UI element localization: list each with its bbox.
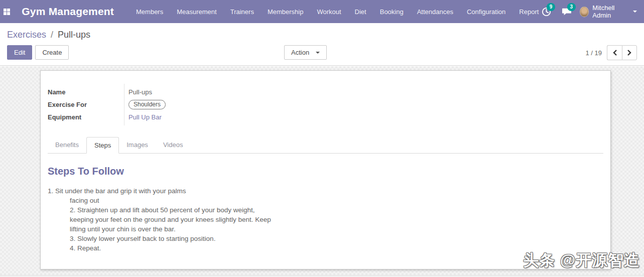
control-panel: Exercises / Pull-ups Edit Create Action …	[0, 23, 644, 66]
steps-line: facing out	[70, 196, 603, 205]
top-navbar: Gym Management Members Measurement Train…	[0, 0, 644, 23]
edit-button[interactable]: Edit	[7, 45, 32, 60]
nav-item-report[interactable]: Report	[519, 8, 539, 16]
name-field-label: Name	[48, 88, 124, 96]
steps-line: 3. Slowly lower yourself back to startin…	[70, 234, 603, 243]
steps-line: 1. Sit under the bar and grip it with yo…	[48, 186, 603, 196]
breadcrumb-current: Pull-ups	[58, 30, 90, 40]
nav-item-trainers[interactable]: Trainers	[230, 8, 254, 16]
user-name: Mitchell Admin	[592, 4, 629, 19]
user-avatar	[580, 7, 589, 17]
exercise-for-field-value: Shoulders	[124, 100, 166, 109]
steps-line: 2. Straighten up and lift about 50 perce…	[70, 205, 603, 215]
breadcrumb: Exercises / Pull-ups	[7, 30, 90, 40]
breadcrumb-exercises-link[interactable]: Exercises	[7, 30, 46, 40]
action-dropdown-button[interactable]: Action	[284, 45, 327, 60]
form-sheet: Name Pull-ups Exercise For Shoulders Equ…	[40, 70, 611, 269]
pager-previous-button[interactable]	[607, 45, 622, 60]
field-group: Name Pull-ups Exercise For Shoulders Equ…	[48, 86, 329, 123]
messages-button[interactable]: 3	[559, 4, 575, 19]
apps-menu-icon[interactable]	[0, 0, 14, 23]
action-label: Action	[291, 49, 309, 56]
nav-item-members[interactable]: Members	[136, 8, 163, 16]
caret-down-icon	[316, 52, 320, 54]
field-row-exercise-for: Exercise For Shoulders	[48, 98, 329, 111]
tab-images[interactable]: Images	[119, 137, 156, 154]
steps-tab-content: Steps To Follow 1. Sit under the bar and…	[48, 154, 603, 253]
nav-item-attendances[interactable]: Attendances	[417, 8, 453, 16]
record-buttons: Edit Create	[7, 45, 69, 60]
bottom-scrollbar-track	[0, 275, 644, 277]
tab-bar: Benefits Steps Images Videos	[48, 136, 603, 154]
steps-line: keeping your feet on the ground and your…	[70, 215, 603, 224]
breadcrumb-separator: /	[51, 30, 53, 40]
shoulders-tag[interactable]: Shoulders	[128, 100, 166, 109]
tab-steps[interactable]: Steps	[86, 137, 119, 154]
exercise-for-field-label: Exercise For	[48, 101, 124, 108]
field-row-equipment: Equipment Pull Up Bar	[48, 111, 329, 123]
chevron-right-icon	[627, 50, 632, 56]
chevron-left-icon	[612, 50, 617, 56]
nav-item-booking[interactable]: Booking	[380, 8, 404, 16]
field-row-name: Name Pull-ups	[48, 86, 329, 98]
user-menu[interactable]: Mitchell Admin	[580, 4, 637, 19]
main-nav: Members Measurement Trainers Membership …	[136, 8, 539, 16]
activities-button[interactable]: 9	[539, 4, 554, 19]
notebook: Benefits Steps Images Videos Steps To Fo…	[48, 136, 603, 253]
tab-benefits[interactable]: Benefits	[48, 137, 86, 154]
steps-heading: Steps To Follow	[48, 166, 603, 177]
chevron-down-icon	[633, 11, 637, 13]
name-field-value: Pull-ups	[124, 88, 152, 96]
create-button[interactable]: Create	[35, 45, 69, 60]
nav-item-configuration[interactable]: Configuration	[467, 8, 505, 16]
messages-badge: 3	[567, 3, 576, 11]
equipment-link[interactable]: Pull Up Bar	[124, 113, 162, 121]
equipment-field-label: Equipment	[48, 113, 124, 121]
nav-item-membership[interactable]: Membership	[268, 8, 304, 16]
pager: 1 / 19	[585, 45, 637, 60]
tab-videos[interactable]: Videos	[156, 137, 191, 154]
pager-count: 1 / 19	[585, 49, 602, 57]
nav-item-measurement[interactable]: Measurement	[177, 8, 216, 16]
pager-next-button[interactable]	[622, 45, 637, 60]
steps-text: 1. Sit under the bar and grip it with yo…	[48, 186, 603, 253]
form-view-background: Name Pull-ups Exercise For Shoulders Equ…	[0, 66, 644, 277]
field-separator-line	[124, 84, 124, 125]
activities-badge: 9	[547, 3, 555, 11]
nav-item-workout[interactable]: Workout	[317, 8, 341, 16]
nav-item-diet[interactable]: Diet	[355, 8, 366, 16]
steps-line: lifting until your chin is over the bar.	[70, 224, 603, 234]
grid-icon	[4, 9, 10, 15]
toutiao-watermark: 头条 @开源智造	[523, 250, 640, 271]
topbar-right: 9 3 Mitchell Admin	[539, 4, 644, 19]
app-brand-title[interactable]: Gym Management	[22, 6, 114, 18]
